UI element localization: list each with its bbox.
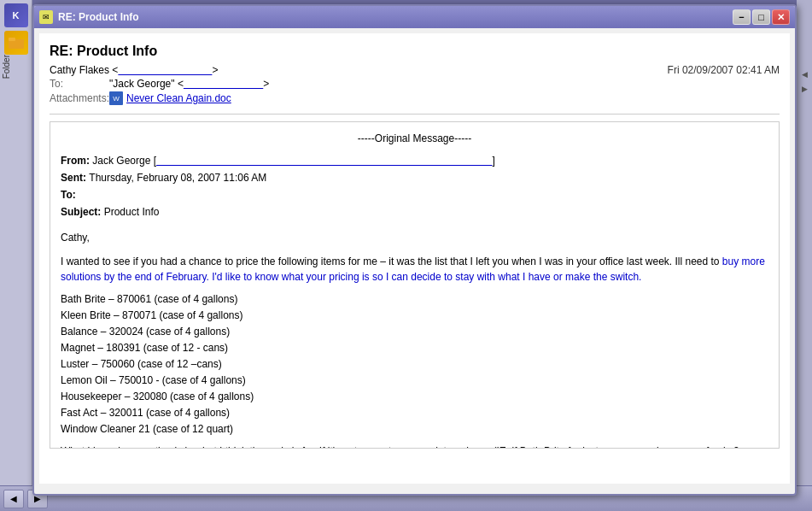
para2-text: What I have in parenthesis is what I thi…: [61, 443, 768, 448]
body-sent-label: Sent:: [61, 170, 86, 185]
email-window: ✉ RE: Product Info − □ ✕ RE: Product Inf…: [32, 4, 797, 496]
title-bar: ✉ RE: Product Info − □ ✕: [34, 6, 795, 28]
left-sidebar: K Folder: [0, 0, 32, 511]
product-item-1: Bath Brite – 870061 (case of 4 gallons): [61, 291, 768, 307]
body-subject-row: Subject: Product Info: [61, 204, 768, 220]
edge-arrow-down[interactable]: ▶: [798, 83, 810, 95]
body-from-row: From: Jack George [ ]: [61, 153, 768, 168]
window-icon-symbol: ✉: [43, 13, 50, 21]
from-bracket: >: [212, 64, 218, 76]
original-message-header: -----Original Message-----: [61, 131, 768, 146]
product-item-3: Balance – 320024 (case of 4 gallons): [61, 324, 768, 339]
maximize-button[interactable]: □: [752, 9, 770, 25]
greeting-text: Cathy,: [61, 230, 768, 245]
body-from-bracket-end: ]: [492, 153, 494, 168]
body-to-label: To:: [61, 187, 76, 203]
window-title: RE: Product Info: [58, 11, 733, 23]
product-item-8: Fast Act – 320011 (case of 4 gallons): [61, 405, 768, 420]
product-list: Bath Brite – 870061 (case of 4 gallons) …: [61, 291, 768, 437]
email-meta-left: Cathy Flakes < > To: "Jack George" < >: [50, 64, 668, 107]
product-item-5: Luster – 750060 (case of 12 –cans): [61, 356, 768, 372]
product-item-4: Magnet – 180391 (case of 12 - cans): [61, 340, 768, 355]
product-item-6: Lemon Oil – 750010 - (case of 4 gallons): [61, 373, 768, 388]
to-email-link[interactable]: [184, 78, 263, 90]
product-item-9: Window Cleaner 21 (case of 12 quart): [61, 421, 768, 437]
attachment-doc-icon: W: [109, 91, 123, 105]
folder-svg: [9, 37, 24, 49]
attachment-filename[interactable]: Never Clean Again.doc: [126, 92, 231, 104]
body-from-label: From:: [61, 153, 90, 168]
email-body-container: -----Original Message----- From: Jack Ge…: [50, 121, 780, 449]
body-subject-value: Product Info: [104, 204, 160, 220]
to-value: "Jack George" <: [109, 78, 184, 90]
right-edge: ◀ ▶: [797, 0, 812, 511]
app-icon-letter: K: [13, 10, 20, 21]
svg-rect-1: [9, 38, 15, 41]
email-body-scroll[interactable]: -----Original Message----- From: Jack Ge…: [50, 122, 779, 448]
product-item-7: Housekeeper – 320080 (case of 4 gallons): [61, 389, 768, 404]
body-from-value: Jack George [: [92, 153, 156, 168]
email-content-area: RE: Product Info Cathy Flakes < > To: "J…: [39, 33, 790, 484]
taskbar-left-btn[interactable]: ◀: [3, 490, 24, 508]
from-value: Cathy Flakes <: [50, 64, 118, 76]
email-meta: Cathy Flakes < > To: "Jack George" < >: [50, 64, 780, 107]
window-icon: ✉: [39, 10, 53, 24]
attachments-label: Attachments:: [50, 92, 109, 104]
email-date: Fri 02/09/2007 02:41 AM: [668, 64, 780, 76]
close-button[interactable]: ✕: [772, 9, 790, 25]
to-row: To: "Jack George" < >: [50, 78, 668, 90]
to-bracket: >: [263, 78, 269, 90]
to-label: To:: [50, 78, 109, 90]
from-email-link[interactable]: [118, 64, 212, 76]
window-controls: − □ ✕: [733, 9, 790, 25]
body-to-row: To:: [61, 187, 768, 203]
from-row: Cathy Flakes < >: [50, 64, 668, 76]
blue-text-span: buy more solutions by the end of Februar…: [61, 256, 765, 283]
para1-text: I wanted to see if you had a chance to p…: [61, 254, 768, 285]
body-sent-value: Thursday, February 08, 2007 11:06 AM: [89, 170, 266, 185]
edge-arrow-up[interactable]: ◀: [798, 68, 810, 80]
body-from-email[interactable]: [156, 153, 492, 168]
attachments-row: Attachments: W Never Clean Again.doc: [50, 91, 668, 105]
minimize-button[interactable]: −: [733, 9, 751, 25]
body-subject-label: Subject:: [61, 204, 101, 220]
body-sent-row: Sent: Thursday, February 08, 2007 11:06 …: [61, 170, 768, 185]
header-divider: [50, 114, 780, 115]
email-subject: RE: Product Info: [50, 44, 780, 59]
product-item-2: Kleen Brite – 870071 (case of 4 gallons): [61, 308, 768, 323]
app-icon[interactable]: K: [4, 3, 28, 27]
folder-label: Folder: [0, 51, 32, 82]
